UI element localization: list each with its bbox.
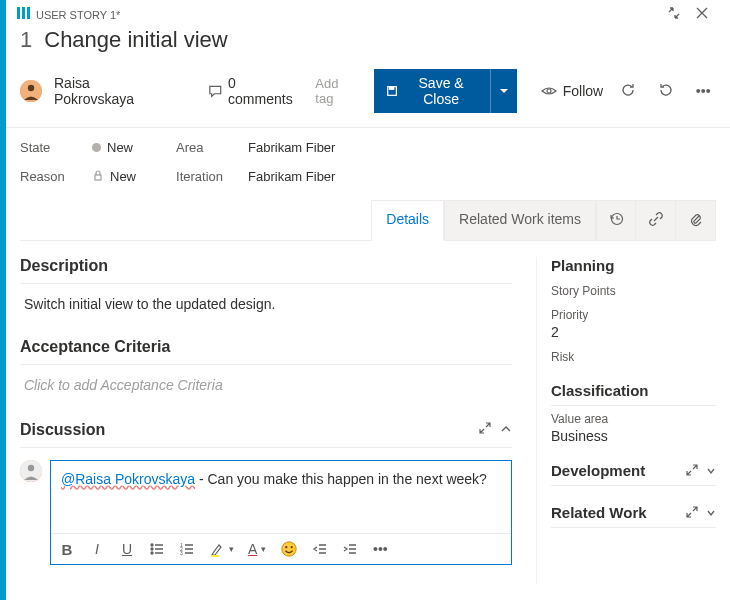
format-outdent-button[interactable] — [312, 541, 328, 557]
svg-point-4 — [28, 85, 34, 91]
svg-rect-18 — [211, 555, 219, 557]
format-underline-button[interactable]: U — [119, 541, 135, 557]
work-item-breadcrumb: USER STORY 1* — [36, 9, 660, 21]
value-area-field[interactable]: Business — [551, 428, 716, 444]
svg-point-20 — [286, 546, 288, 548]
priority-field[interactable]: 2 — [551, 324, 716, 340]
format-highlight-button[interactable]: ▾ — [209, 541, 234, 557]
bulleted-list-icon — [149, 541, 165, 557]
refresh-button[interactable] — [615, 82, 641, 101]
svg-point-13 — [151, 548, 153, 550]
save-and-close-button[interactable]: Save & Close — [374, 69, 489, 113]
work-item-title[interactable]: Change initial view — [44, 27, 227, 53]
more-actions-button[interactable]: ••• — [690, 83, 716, 99]
collapse-button[interactable] — [660, 6, 688, 23]
format-numbered-list-button[interactable]: 123 — [179, 541, 195, 557]
tab-history[interactable] — [596, 200, 636, 240]
planning-heading: Planning — [551, 257, 716, 274]
lock-icon — [92, 169, 104, 184]
svg-point-7 — [547, 89, 551, 93]
add-tag-button[interactable]: Add tag — [309, 72, 362, 110]
assignee-avatar[interactable] — [20, 80, 42, 102]
comments-count[interactable]: 0 comments — [208, 75, 298, 107]
classification-heading: Classification — [551, 382, 716, 406]
priority-label: Priority — [551, 308, 716, 322]
iteration-label: Iteration — [176, 169, 228, 184]
chevron-down-icon: ▾ — [261, 544, 266, 554]
expand-icon — [478, 421, 492, 435]
state-dot-icon — [92, 143, 101, 152]
save-icon — [386, 84, 398, 98]
tab-links[interactable] — [636, 200, 676, 240]
format-italic-button[interactable]: I — [89, 541, 105, 557]
text-color-icon: A — [248, 541, 257, 557]
expand-icon — [686, 464, 698, 476]
description-text[interactable]: Switch initial view to the updated desig… — [20, 296, 512, 312]
tab-attachments[interactable] — [676, 200, 716, 240]
development-heading: Development — [551, 462, 716, 486]
undo-icon — [658, 82, 674, 98]
work-item-id: 1 — [20, 27, 32, 53]
discussion-text-area[interactable]: @Raisa Pokrovskaya - Can you make this h… — [51, 461, 511, 533]
svg-point-21 — [291, 546, 293, 548]
chevron-down-icon — [499, 86, 509, 96]
tab-related-work-items[interactable]: Related Work items — [444, 200, 596, 240]
link-icon — [648, 211, 664, 227]
discussion-heading: Discussion — [20, 421, 512, 439]
discussion-expand-button[interactable] — [478, 421, 492, 439]
format-bulleted-list-button[interactable] — [149, 541, 165, 557]
area-field[interactable]: Fabrikam Fiber — [248, 140, 335, 155]
svg-point-11 — [28, 465, 34, 471]
chevron-up-icon — [500, 423, 512, 435]
related-collapse-button[interactable] — [706, 504, 716, 521]
assignee-name[interactable]: Raisa Pokrovskaya — [54, 75, 164, 107]
emoji-icon — [280, 540, 298, 558]
svg-rect-1 — [22, 7, 25, 19]
attachment-icon — [688, 211, 704, 227]
svg-rect-8 — [95, 175, 101, 180]
expand-icon — [686, 506, 698, 518]
discussion-mention[interactable]: @Raisa Pokrovskaya — [61, 471, 195, 487]
revert-button[interactable] — [653, 82, 679, 101]
indent-icon — [342, 541, 358, 557]
emoji-button[interactable] — [280, 540, 298, 558]
related-work-heading: Related Work — [551, 504, 716, 528]
chevron-down-icon — [706, 508, 716, 518]
area-label: Area — [176, 140, 228, 155]
value-area-label: Value area — [551, 412, 716, 426]
state-field[interactable]: New — [92, 140, 133, 155]
tab-details[interactable]: Details — [371, 200, 444, 241]
close-button[interactable] — [688, 6, 716, 23]
svg-point-19 — [282, 542, 296, 556]
svg-rect-2 — [27, 7, 30, 19]
outdent-icon — [312, 541, 328, 557]
format-text-color-button[interactable]: A ▾ — [248, 541, 266, 557]
risk-label: Risk — [551, 350, 716, 364]
development-collapse-button[interactable] — [706, 462, 716, 479]
development-expand-button[interactable] — [686, 462, 698, 479]
format-bold-button[interactable]: B — [59, 541, 75, 558]
follow-button[interactable]: Follow — [541, 83, 603, 99]
discussion-collapse-button[interactable] — [500, 421, 512, 439]
numbered-list-icon: 123 — [179, 541, 195, 557]
ellipsis-icon: ••• — [373, 541, 388, 557]
description-heading: Description — [20, 257, 512, 275]
chevron-down-icon: ▾ — [229, 544, 234, 554]
discussion-editor[interactable]: @Raisa Pokrovskaya - Can you make this h… — [50, 460, 512, 565]
related-expand-button[interactable] — [686, 504, 698, 521]
svg-point-14 — [151, 552, 153, 554]
acceptance-criteria-placeholder[interactable]: Click to add Acceptance Criteria — [20, 377, 512, 393]
iteration-field[interactable]: Fabrikam Fiber — [248, 169, 335, 184]
format-more-button[interactable]: ••• — [372, 541, 388, 557]
svg-point-12 — [151, 544, 153, 546]
story-points-label: Story Points — [551, 284, 716, 298]
format-indent-button[interactable] — [342, 541, 358, 557]
svg-rect-6 — [390, 87, 394, 90]
reason-field[interactable]: New — [92, 169, 136, 184]
ellipsis-icon: ••• — [696, 83, 711, 99]
svg-rect-0 — [17, 7, 20, 19]
save-dropdown-button[interactable] — [490, 69, 517, 113]
reason-label: Reason — [20, 169, 72, 184]
refresh-icon — [620, 82, 636, 98]
comment-icon — [208, 83, 223, 99]
